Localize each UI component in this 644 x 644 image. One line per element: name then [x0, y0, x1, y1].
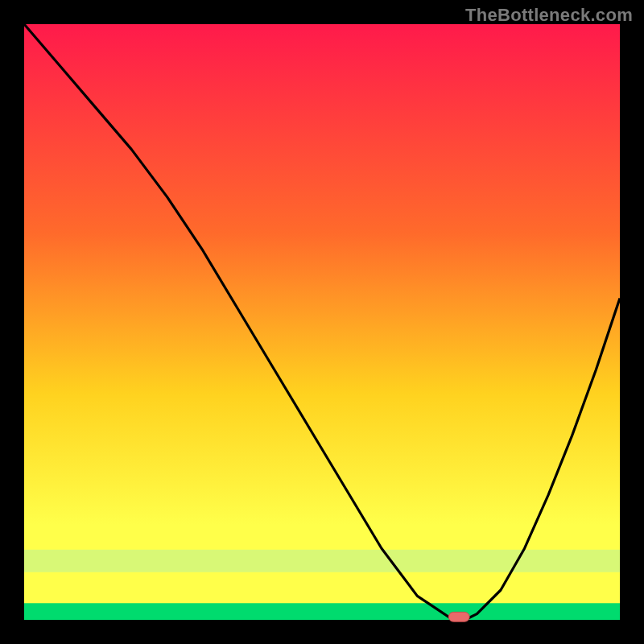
green-band-soft: [24, 550, 620, 572]
bottleneck-chart: [0, 0, 644, 644]
chart-frame: { "watermark": "TheBottleneck.com", "col…: [0, 0, 644, 644]
green-band: [24, 603, 620, 620]
watermark-text: TheBottleneck.com: [465, 5, 633, 26]
plot-area: [24, 24, 620, 620]
marker-pill: [448, 612, 469, 621]
